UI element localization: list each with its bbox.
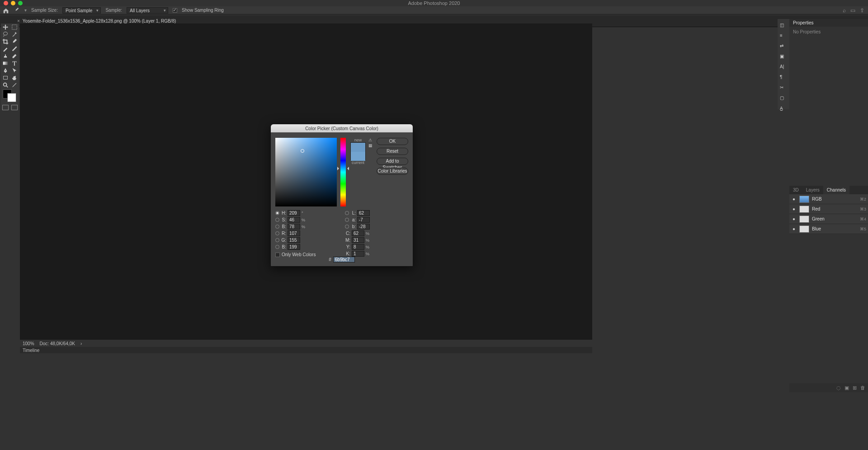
r-radio[interactable] — [275, 231, 279, 235]
gradient-tool[interactable] — [1, 60, 10, 67]
k-input[interactable] — [352, 251, 364, 257]
color-libraries-button[interactable]: Color Libraries — [377, 168, 408, 175]
s-radio[interactable] — [275, 218, 279, 222]
move-tool[interactable] — [1, 23, 10, 31]
h-input[interactable] — [288, 210, 300, 216]
rectangle-tool[interactable] — [1, 74, 10, 81]
r-input[interactable] — [288, 230, 300, 236]
brush-tool[interactable] — [10, 45, 19, 52]
c-input[interactable] — [352, 230, 364, 236]
visibility-icon[interactable]: ● — [791, 197, 797, 202]
sample-dropdown[interactable]: All Layers — [127, 7, 168, 14]
labb-input[interactable] — [357, 224, 370, 230]
magic-wand-tool[interactable] — [10, 31, 19, 38]
close-window-button[interactable] — [4, 1, 8, 5]
dodge-tool[interactable] — [10, 81, 19, 89]
clone-stamp-tool[interactable] — [1, 52, 10, 60]
add-to-swatches-button[interactable]: Add to Swatches — [377, 158, 408, 165]
background-color-swatch[interactable] — [7, 93, 16, 102]
frame-icon[interactable]: ▭ — [850, 7, 855, 14]
delete-channel-icon[interactable]: 🗑 — [860, 385, 865, 390]
libraries-icon[interactable]: ▣ — [780, 54, 787, 59]
ok-button[interactable]: OK — [377, 138, 408, 145]
bv-input[interactable] — [288, 224, 300, 230]
adjustments-icon[interactable]: ≡ — [780, 33, 787, 38]
h-radio[interactable] — [275, 211, 279, 215]
sample-size-dropdown[interactable]: Point Sample — [62, 7, 101, 14]
channel-row-blue[interactable]: ● Blue ⌘5 — [789, 224, 868, 234]
a-input[interactable] — [357, 217, 370, 223]
g-input[interactable] — [288, 237, 300, 243]
search-icon[interactable]: ⌕ — [843, 7, 846, 14]
home-icon[interactable] — [3, 8, 9, 13]
gamut-warning-icon[interactable]: ⚠ — [368, 138, 373, 142]
timeline-panel[interactable]: Timeline — [20, 347, 592, 353]
bch-input[interactable] — [288, 244, 300, 250]
brushes-icon[interactable]: ✂ — [780, 85, 787, 90]
bch-radio[interactable] — [275, 245, 279, 249]
m-input[interactable] — [352, 237, 364, 243]
s-input[interactable] — [288, 217, 300, 223]
color-swatches[interactable] — [1, 89, 19, 102]
channel-row-red[interactable]: ● Red ⌘3 — [789, 204, 868, 214]
labb-radio[interactable] — [345, 225, 349, 229]
show-sampling-ring-checkbox[interactable] — [173, 8, 177, 13]
channel-row-rgb[interactable]: ● RGB ⌘2 — [789, 194, 868, 204]
tab-channels[interactable]: Channels — [823, 186, 849, 194]
quickmask-icon[interactable] — [2, 105, 9, 110]
hex-input[interactable] — [333, 257, 355, 262]
close-tab-icon[interactable]: × — [17, 19, 20, 23]
hue-slider[interactable] — [340, 138, 346, 206]
chevron-right-icon[interactable]: › — [80, 341, 82, 346]
workspace-icons: ⌕ ▭ ⇪ — [843, 7, 864, 14]
minimize-window-button[interactable] — [11, 1, 15, 5]
hand-tool[interactable] — [10, 74, 19, 81]
swap-icon[interactable]: ⇄ — [780, 43, 787, 48]
screenmode-icon[interactable] — [11, 105, 18, 110]
caret-down-icon[interactable]: ▾ — [24, 8, 27, 13]
only-web-colors-checkbox[interactable] — [275, 253, 280, 257]
type-tool[interactable] — [10, 60, 19, 67]
path-selection-tool[interactable] — [10, 67, 19, 74]
crop-tool[interactable] — [1, 38, 10, 45]
lasso-tool[interactable] — [1, 31, 10, 38]
hue-handle-right[interactable] — [345, 167, 349, 170]
l-input[interactable] — [357, 210, 370, 216]
character-icon[interactable]: A| — [780, 64, 787, 69]
channel-row-green[interactable]: ● Green ⌘4 — [789, 214, 868, 224]
visibility-icon[interactable]: ● — [791, 226, 797, 231]
glyphs-icon[interactable]: A̲ — [780, 106, 787, 111]
healing-brush-tool[interactable] — [1, 45, 10, 52]
reset-button[interactable]: Reset — [377, 148, 408, 155]
y-input[interactable] — [352, 244, 364, 250]
tab-3d[interactable]: 3D — [789, 186, 802, 194]
sb-cursor[interactable] — [301, 149, 304, 153]
eyedropper-tool[interactable] — [10, 38, 19, 45]
paragraph-icon[interactable]: ¶ — [780, 75, 787, 80]
zoom-tool[interactable] — [1, 81, 10, 89]
visibility-icon[interactable]: ● — [791, 216, 797, 221]
visibility-icon[interactable]: ● — [791, 206, 797, 211]
save-selection-icon[interactable]: ▣ — [844, 385, 849, 391]
marquee-tool[interactable] — [10, 23, 19, 31]
eyedropper-icon[interactable] — [14, 7, 20, 14]
bv-radio[interactable] — [275, 225, 279, 229]
share-icon[interactable]: ⇪ — [860, 7, 864, 14]
l-radio[interactable] — [345, 211, 349, 215]
current-color-swatch[interactable] — [351, 152, 365, 161]
load-selection-icon[interactable]: ◌ — [836, 385, 841, 391]
maximize-window-button[interactable] — [18, 1, 23, 5]
eraser-tool[interactable] — [10, 52, 19, 60]
websafe-warning-icon[interactable]: ▦ — [368, 143, 373, 148]
tab-layers[interactable]: Layers — [802, 186, 823, 194]
saturation-brightness-field[interactable] — [275, 138, 337, 206]
hue-handle-left[interactable] — [337, 167, 341, 170]
zoom-level[interactable]: 100% — [23, 341, 34, 346]
document-tab[interactable]: × Yosemite-Folder_1536x1536_Apple-128x12… — [17, 19, 176, 23]
layer-comps-icon[interactable]: ▢ — [780, 95, 787, 100]
g-radio[interactable] — [275, 238, 279, 242]
a-radio[interactable] — [345, 218, 349, 222]
pen-tool[interactable] — [1, 67, 10, 74]
histogram-icon[interactable]: ◫ — [780, 23, 787, 28]
new-channel-icon[interactable]: ⊞ — [853, 385, 857, 391]
